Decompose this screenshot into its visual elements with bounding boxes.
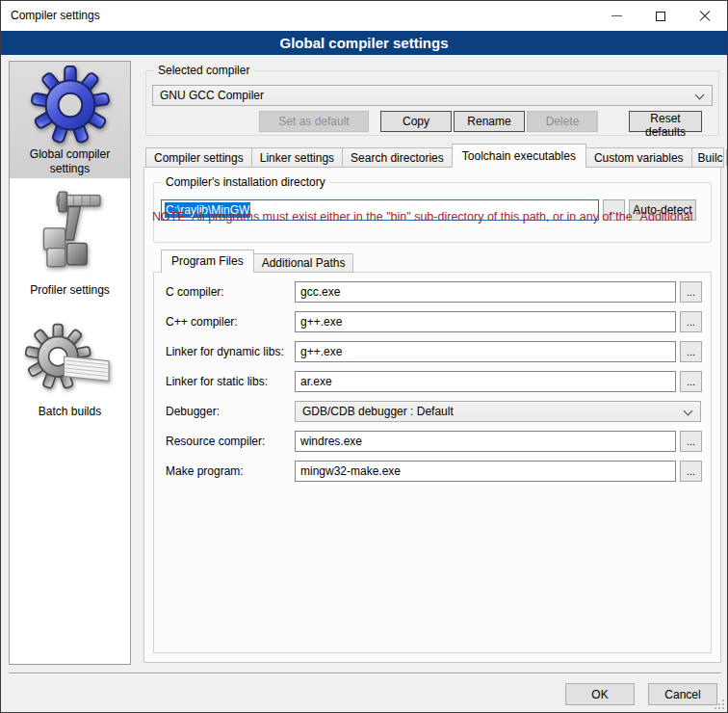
- cpp-compiler-input[interactable]: [295, 311, 676, 332]
- footer-separator: [9, 673, 721, 674]
- compiler-select-value: GNU GCC Compiler: [160, 89, 264, 102]
- cpp-compiler-label: C++ compiler:: [166, 311, 238, 332]
- c-compiler-browse-button[interactable]: ...: [680, 281, 702, 303]
- gray-gear-batch-icon: [24, 321, 117, 405]
- sidebar-item-global-compiler-settings[interactable]: Global compilersettings: [10, 62, 130, 178]
- tab-toolchain-executables[interactable]: Toolchain executables: [452, 144, 586, 168]
- toolchain-executables-page: Compiler's installation directory C:\ray…: [143, 167, 721, 663]
- compiler-settings-dialog: Compiler settings Global compiler settin…: [0, 0, 728, 713]
- program-files-subtabstrip: Program Files Additional Paths: [161, 250, 353, 273]
- debugger-select-value: GDB/CDB debugger : Default: [302, 405, 454, 418]
- caliper-profiler-icon: [29, 188, 112, 283]
- delete-button[interactable]: Delete: [527, 111, 598, 132]
- linker-static-input[interactable]: [295, 371, 676, 392]
- dialog-banner: Global compiler settings: [1, 31, 727, 55]
- bin-subdirectory-note: NOTE: All programs must exist either in …: [152, 210, 693, 224]
- resource-compiler-label: Resource compiler:: [166, 431, 265, 452]
- linker-dynamic-browse-button[interactable]: ...: [680, 341, 702, 362]
- rename-button[interactable]: Rename: [454, 111, 525, 132]
- selected-compiler-group-label: Selected compiler: [154, 64, 253, 77]
- sidebar-item-profiler-settings[interactable]: Profiler settings: [10, 184, 130, 307]
- chevron-down-icon: [684, 407, 693, 416]
- close-button[interactable]: [683, 1, 727, 31]
- minimize-button[interactable]: [594, 1, 638, 31]
- resource-compiler-browse-button[interactable]: ...: [680, 431, 702, 452]
- program-files-panel: C compiler: ... C++ compiler: ... Linker…: [153, 272, 712, 653]
- maximize-button[interactable]: [638, 1, 683, 31]
- make-program-input[interactable]: [295, 461, 676, 482]
- window-title: Compiler settings: [11, 1, 100, 31]
- tab-compiler-settings[interactable]: Compiler settings: [145, 147, 252, 168]
- subtab-program-files[interactable]: Program Files: [161, 250, 254, 273]
- c-compiler-input[interactable]: [295, 281, 676, 303]
- tab-build-options-truncated[interactable]: Builc: [691, 147, 724, 168]
- subtab-additional-paths[interactable]: Additional Paths: [253, 253, 354, 273]
- linker-static-browse-button[interactable]: ...: [680, 371, 702, 392]
- copy-button[interactable]: Copy: [380, 111, 452, 132]
- resource-compiler-input[interactable]: [295, 431, 676, 452]
- minimize-icon: [611, 15, 622, 16]
- compiler-select[interactable]: GNU GCC Compiler: [152, 85, 713, 106]
- maximize-icon: [656, 12, 665, 21]
- chevron-down-icon: [695, 91, 705, 100]
- sidebar-item-label: Profiler settings: [30, 283, 110, 304]
- make-program-label: Make program:: [166, 461, 244, 482]
- settings-sidebar: Global compilersettings: [9, 61, 131, 665]
- sidebar-item-batch-builds[interactable]: Batch builds: [10, 317, 130, 433]
- reset-defaults-button[interactable]: Reset defaults: [629, 111, 702, 132]
- c-compiler-label: C compiler:: [166, 281, 224, 303]
- close-icon: [698, 10, 712, 23]
- titlebar: Compiler settings: [1, 1, 727, 31]
- debugger-label: Debugger:: [166, 401, 220, 422]
- sidebar-item-label: Global compilersettings: [30, 147, 110, 182]
- make-program-browse-button[interactable]: ...: [680, 461, 702, 482]
- linker-dynamic-label: Linker for dynamic libs:: [166, 341, 284, 362]
- sidebar-item-label: Batch builds: [39, 405, 101, 425]
- blue-gear-icon: [31, 66, 110, 147]
- settings-tabstrip: Compiler settings Linker settings Search…: [145, 144, 728, 168]
- installation-directory-group-label: Compiler's installation directory: [162, 175, 329, 189]
- tab-search-directories[interactable]: Search directories: [342, 147, 453, 168]
- resize-grip-icon[interactable]: [715, 700, 724, 709]
- debugger-select[interactable]: GDB/CDB debugger : Default: [295, 401, 701, 422]
- ok-button[interactable]: OK: [565, 683, 635, 705]
- cpp-compiler-browse-button[interactable]: ...: [680, 311, 702, 332]
- linker-static-label: Linker for static libs:: [166, 371, 268, 392]
- tab-linker-settings[interactable]: Linker settings: [251, 147, 343, 168]
- cancel-button[interactable]: Cancel: [648, 683, 717, 705]
- set-as-default-button[interactable]: Set as default: [259, 111, 369, 132]
- tab-custom-variables[interactable]: Custom variables: [585, 147, 692, 168]
- linker-dynamic-input[interactable]: [295, 341, 676, 362]
